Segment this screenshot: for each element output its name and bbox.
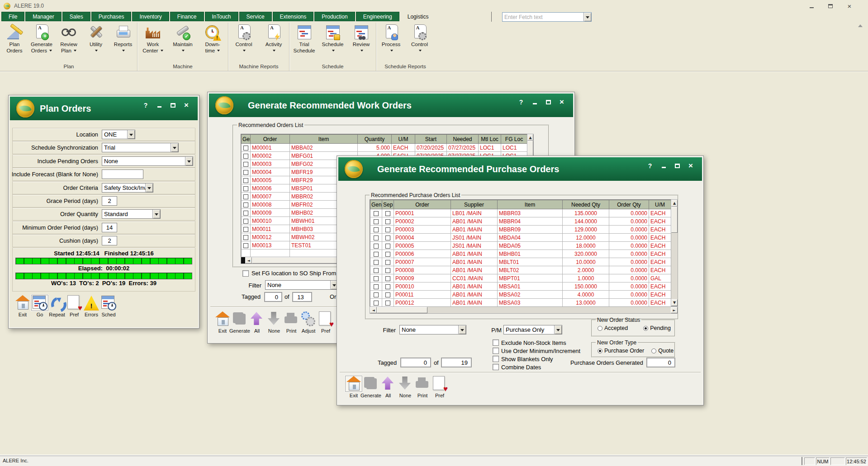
table-row[interactable]: P00009CC01 /MAINMBPT011.00000.0000GAL — [370, 274, 671, 282]
generate-button[interactable]: Generate — [231, 311, 248, 334]
gen-checkbox[interactable] — [243, 170, 248, 175]
gen-checkbox[interactable] — [374, 301, 379, 306]
radio-purchase-order[interactable]: Purchase Order — [598, 348, 644, 354]
print-button[interactable]: Print — [414, 376, 431, 398]
pref-button[interactable]: Pref — [431, 376, 448, 398]
ribbon-button-activity[interactable]: Activity — [259, 23, 289, 54]
gen-checkbox[interactable] — [243, 243, 248, 248]
column-header-supplier[interactable]: Supplier — [451, 200, 498, 209]
scroll-down-button[interactable]: ▼ — [671, 299, 678, 306]
tab-service[interactable]: Service — [239, 12, 272, 21]
include-forecast-blank-for-none-field[interactable] — [102, 169, 143, 179]
radio-quote[interactable]: Quote — [651, 348, 674, 354]
tab-engineering[interactable]: Engineering — [356, 12, 399, 21]
tab-inventory[interactable]: Inventory — [132, 12, 169, 21]
sep-checkbox[interactable] — [385, 284, 390, 289]
checkbox[interactable] — [493, 356, 499, 362]
gen-checkbox[interactable] — [374, 227, 379, 232]
table-row[interactable]: P00002AB01 /MAINMBBR04144.00000.0000EACH — [370, 217, 671, 226]
order-criteria-select[interactable]: Safety Stock/Inv — [102, 183, 153, 193]
gen-checkbox[interactable] — [374, 276, 379, 281]
dropdown-button[interactable] — [127, 130, 135, 139]
sep-checkbox[interactable] — [385, 276, 390, 281]
ribbon-button-control[interactable]: Control — [229, 23, 259, 54]
table-row[interactable]: P00011AB01 /MAINMBSA024.00000.0000EACH — [370, 291, 671, 299]
ribbon-button-work-center[interactable]: WorkCenter — [138, 23, 168, 54]
dropdown-button[interactable] — [554, 325, 562, 334]
restore-button[interactable] — [827, 3, 834, 9]
none-button[interactable]: None — [266, 311, 283, 334]
all-button[interactable]: All — [248, 311, 266, 334]
tab-intouch[interactable]: InTouch — [205, 12, 238, 21]
close-button[interactable]: × — [846, 3, 853, 9]
sep-checkbox[interactable] — [385, 227, 390, 232]
location-select[interactable]: ONE — [102, 130, 135, 139]
tab-production[interactable]: Production — [314, 12, 355, 21]
pref-button[interactable]: Pref — [66, 295, 83, 317]
column-header-order[interactable]: Order — [394, 200, 451, 209]
work-orders-titlebar[interactable]: Generate Recommended Work Orders ? × — [209, 94, 573, 117]
table-row[interactable]: M00001MBBA025.000EACH07/20/202507/27/202… — [242, 144, 527, 152]
table-row[interactable]: P00004JS01 /MAINMBDA0412.00000.0000EACH — [370, 234, 671, 242]
fetch-input[interactable] — [503, 14, 583, 20]
column-header-needed-qty[interactable]: Needed Qty — [563, 200, 609, 209]
sep-checkbox[interactable] — [385, 235, 390, 240]
maximize-button[interactable] — [170, 102, 176, 109]
checkbox-option-show-blankets-only[interactable]: Show Blankets Only — [493, 355, 580, 363]
go-button[interactable]: Go — [31, 295, 48, 317]
ribbon-button-review-plan[interactable]: ReviewPlan — [55, 23, 82, 54]
column-header-gen[interactable]: Gen — [242, 135, 251, 144]
gen-checkbox[interactable] — [374, 260, 379, 265]
purchase-orders-titlebar[interactable]: Generate Recommended Purchase Orders ? × — [338, 157, 702, 181]
pm-select[interactable]: Purchase Only — [503, 325, 562, 334]
checkbox[interactable] — [493, 339, 499, 346]
gen-checkbox[interactable] — [243, 227, 248, 232]
fg-location-option[interactable]: Set FG location to SO Ship From lo — [242, 270, 342, 277]
sep-checkbox[interactable] — [385, 260, 390, 265]
tab-manager[interactable]: Manager — [25, 12, 61, 21]
minimize-button[interactable] — [531, 99, 538, 106]
pref-button[interactable]: Pref — [317, 311, 334, 334]
checkbox-option-combine-dates[interactable]: Combine Dates — [493, 363, 580, 371]
maximize-button[interactable] — [545, 99, 551, 106]
ribbon-button-generate-orders[interactable]: GenerateOrders — [28, 23, 55, 54]
exit-button[interactable]: Exit — [14, 295, 31, 317]
minimize-button[interactable] — [660, 162, 667, 169]
ribbon-button-review[interactable]: Review — [347, 23, 375, 54]
scroll-up-button[interactable]: ▲ — [671, 200, 678, 207]
gen-checkbox[interactable] — [243, 202, 248, 207]
column-header-order-qty[interactable]: Order Qty — [609, 200, 649, 209]
help-button[interactable]: ? — [518, 99, 524, 106]
adjust-button[interactable]: Adjust — [300, 311, 317, 334]
scroll-right-button[interactable]: ► — [671, 307, 678, 313]
minimize-button[interactable] — [156, 102, 162, 109]
checkbox-option-exclude-non-stock-items[interactable]: Exclude Non-Stock Items — [493, 339, 580, 347]
exit-button[interactable]: Exit — [345, 376, 362, 398]
scroll-left-button[interactable]: ◄ — [245, 257, 252, 264]
table-row[interactable]: P00010AB01 /MAINMBSA01150.00000.0000EACH — [370, 282, 671, 291]
scroll-left-button[interactable]: ◄ — [370, 307, 377, 313]
vertical-scrollbar[interactable]: ▲ ▼ — [671, 199, 678, 306]
checkbox-option-use-order-minimum-increment[interactable]: Use Order Minimum/Increment — [493, 347, 580, 355]
none-button[interactable]: None — [397, 376, 414, 398]
sep-checkbox[interactable] — [385, 268, 390, 273]
tab-extensions[interactable]: Extensions — [273, 12, 314, 21]
column-header-mtl-loc[interactable]: Mtl Loc — [479, 135, 501, 144]
gen-checkbox[interactable] — [374, 219, 379, 224]
sep-checkbox[interactable] — [385, 252, 390, 257]
filter-select[interactable]: None — [399, 325, 466, 334]
ribbon-button-trial-schedule[interactable]: TrialSchedule — [290, 23, 318, 54]
column-header-needed[interactable]: Needed — [447, 135, 479, 144]
table-row[interactable]: P00007AB01 /MAINMBLT0110.00000.0000EACH — [370, 258, 671, 266]
sep-checkbox[interactable] — [385, 301, 390, 306]
gen-checkbox[interactable] — [243, 235, 248, 240]
column-header-order[interactable]: Order — [251, 135, 290, 144]
help-button[interactable]: ? — [647, 162, 653, 169]
table-row[interactable]: P00008AB01 /MAINMBLT022.00000.0000EACH — [370, 266, 671, 274]
table-row[interactable]: P00005JS01 /MAINMBDA0518.00000.0000EACH — [370, 242, 671, 250]
column-header-quantity[interactable]: Quantity — [358, 135, 392, 144]
ribbon-button-down-time[interactable]: Down-time — [198, 23, 228, 54]
column-header-item[interactable]: Item — [290, 135, 358, 144]
gen-checkbox[interactable] — [374, 211, 379, 216]
sched-button[interactable]: Sched — [100, 295, 117, 317]
